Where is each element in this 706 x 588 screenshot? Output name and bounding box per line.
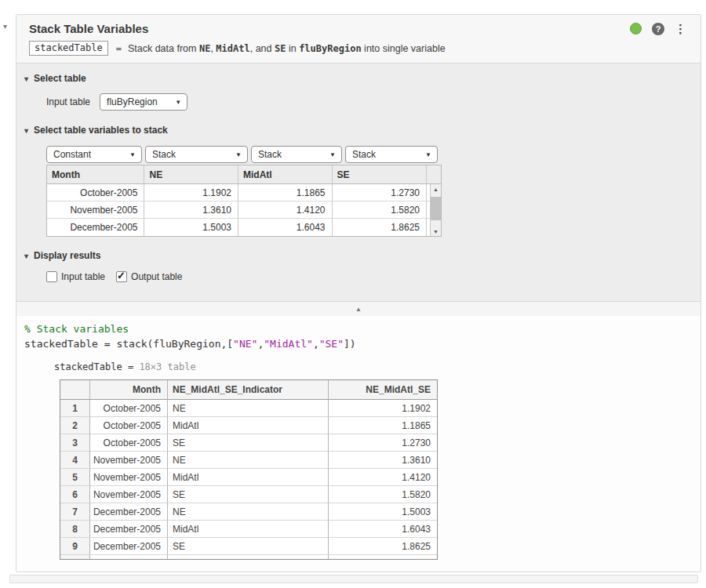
output-table-cell: SE	[168, 486, 329, 503]
output-table-cell: 8	[60, 521, 90, 538]
output-table-cell: SE	[168, 538, 329, 555]
section-display-results[interactable]: ▾ Display results	[24, 250, 688, 261]
output-table-cell: 1.5003	[329, 503, 437, 521]
chevron-down-icon: ▼	[425, 151, 431, 158]
table-row: December-20051.50031.60431.8625	[47, 219, 441, 236]
table-cell: 1.4120	[238, 201, 333, 219]
output-table-cell: 1.8625	[329, 538, 437, 555]
code-token-plain: stackedTable = stack(fluByRegion,[	[24, 338, 233, 350]
output-table-cell: 7	[60, 503, 90, 521]
output-table-cell: 3	[60, 434, 90, 452]
table-row: November-20051.36101.41201.5820	[47, 201, 441, 219]
output-column-header: NE_MidAtl_SE_Indicator	[168, 380, 329, 400]
stacked-output-table: MonthNE_MidAtl_SE_IndicatorNE_MidAtl_SE1…	[60, 379, 438, 560]
section-select-table[interactable]: ▾ Select table	[24, 73, 688, 84]
output-table-cell: 2	[60, 417, 90, 434]
output-table-cell: 1.3610	[329, 452, 437, 469]
table-cell: 1.8625	[333, 219, 428, 236]
stack-mode-dropdown-3[interactable]: Stack▼	[251, 146, 342, 163]
output-table-cell: MidAtl	[168, 417, 329, 434]
section-collapse-icon: ▾	[24, 74, 28, 83]
code-token-string: "SE"	[319, 338, 344, 350]
chevron-down-icon: ▼	[329, 151, 336, 158]
output-table-row: 9December-2005SE1.8625	[60, 538, 437, 555]
code-token-comment: % Stack variables	[24, 323, 129, 335]
status-indicator-icon	[630, 23, 642, 34]
output-table-cell: December-2005	[90, 503, 168, 521]
output-column-header: NE_MidAtl_SE	[329, 380, 437, 400]
output-table-cell: 1.1902	[329, 400, 437, 417]
output-table-row: 8December-2005MidAtl1.6043	[60, 521, 437, 538]
stack-mode-dropdown-row: Constant▼Stack▼Stack▼Stack▼	[46, 146, 688, 163]
help-icon[interactable]: ?	[652, 23, 664, 35]
dropdown-value: fluByRegion	[107, 96, 158, 107]
summary-text-fragment: , and	[250, 43, 275, 54]
collapse-code-icon[interactable]: ▲	[355, 306, 362, 313]
input-table-checkbox[interactable]: Input table	[46, 271, 105, 282]
check-icon: ✓	[117, 270, 126, 281]
generated-code: % Stack variablesstackedTable = stack(fl…	[24, 321, 701, 351]
section-label: Select table	[34, 73, 86, 84]
output-table-row: 2October-2005MidAtl1.1865	[60, 417, 437, 434]
output-column-header: Month	[90, 380, 168, 400]
code-line[interactable]: % Stack variables	[24, 321, 701, 336]
column-header: NE	[144, 165, 238, 184]
equals-sign: =	[116, 43, 122, 54]
output-table-cell: 1	[60, 400, 90, 417]
output-table-cell: 9	[60, 538, 90, 555]
output-summary-line: stackedTable = 18×3 table	[54, 361, 701, 372]
code-output-area: % Stack variablesstackedTable = stack(fl…	[16, 316, 701, 572]
scroll-up-icon[interactable]: ▲	[431, 184, 441, 194]
scroll-down-icon[interactable]: ▼	[431, 227, 441, 236]
task-collapse-icon[interactable]: ▾	[3, 22, 7, 31]
output-table-cell: 1.4120	[329, 469, 437, 486]
code-token-plain: ])	[344, 338, 356, 350]
stack-mode-dropdown-4[interactable]: Stack▼	[345, 146, 438, 163]
dropdown-value: Stack	[352, 149, 376, 160]
output-variable-box[interactable]: stackedTable	[29, 41, 108, 56]
checkbox-checked-icon[interactable]: ✓	[116, 271, 127, 282]
collapsed-section-bar[interactable]	[9, 575, 698, 583]
summary-text-fragment: Stack data from	[128, 43, 199, 54]
summary-text-fragment: into single variable	[362, 43, 446, 54]
stack-table-variables-task: Stack Table Variables ? ⋮ stackedTable =…	[16, 14, 701, 572]
output-table-cell: MidAtl	[168, 469, 329, 486]
section-select-variables[interactable]: ▾ Select table variables to stack	[24, 125, 688, 136]
stack-mode-dropdown-2[interactable]: Stack▼	[145, 146, 248, 163]
live-task-stage: ▾ Stack Table Variables ? ⋮ stackedTable…	[0, 0, 706, 588]
output-table-cell: 1.2730	[329, 434, 437, 452]
task-divider: ▲	[16, 301, 701, 316]
output-table-cell: October-2005	[90, 434, 168, 452]
output-table-cell: October-2005	[90, 400, 168, 417]
stack-mode-dropdown-1[interactable]: Constant▼	[46, 146, 142, 163]
table-row: October-20051.19021.18651.2730	[47, 184, 441, 201]
input-table-dropdown[interactable]: fluByRegion ▼	[100, 93, 187, 111]
output-variable-name: stackedTable =	[54, 361, 139, 372]
output-table-cell: MidAtl	[168, 521, 329, 538]
task-header: Stack Table Variables ? ⋮ stackedTable =…	[16, 15, 701, 64]
input-table-label: Input table	[46, 96, 90, 107]
column-header: MidAtl	[238, 165, 333, 184]
table-cell: December-2005	[47, 219, 144, 236]
variables-preview-table: MonthNEMidAtlSEOctober-20051.19021.18651…	[46, 165, 442, 237]
output-table-row: 3October-2005SE1.2730	[60, 434, 437, 452]
checkbox-unchecked-icon[interactable]	[46, 271, 57, 282]
output-table-checkbox[interactable]: ✓Output table	[116, 271, 182, 282]
output-table-cell: November-2005	[90, 452, 168, 469]
output-table-cell: 1.6043	[329, 521, 437, 538]
variable-name-text: NE	[199, 43, 210, 54]
scrollbar-thumb[interactable]	[431, 197, 441, 220]
dropdown-value: Stack	[152, 149, 176, 160]
section-collapse-icon: ▾	[24, 126, 28, 135]
output-table-row: 4November-2005NE1.3610	[60, 452, 437, 469]
code-line[interactable]: stackedTable = stack(fluByRegion,["NE","…	[24, 336, 701, 351]
table-cell: 1.3610	[144, 201, 238, 219]
output-table-cell: November-2005	[90, 469, 168, 486]
variable-name-text: fluByRegion	[299, 43, 361, 54]
output-table-row: 1October-2005NE1.1902	[60, 400, 437, 417]
table-cell: 1.6043	[238, 219, 333, 236]
summary-text-fragment: in	[286, 43, 299, 54]
table-scrollbar[interactable]: ▲ ▼	[430, 184, 441, 236]
output-table-cell: 5	[60, 469, 90, 486]
kebab-menu-icon[interactable]: ⋮	[675, 23, 686, 34]
